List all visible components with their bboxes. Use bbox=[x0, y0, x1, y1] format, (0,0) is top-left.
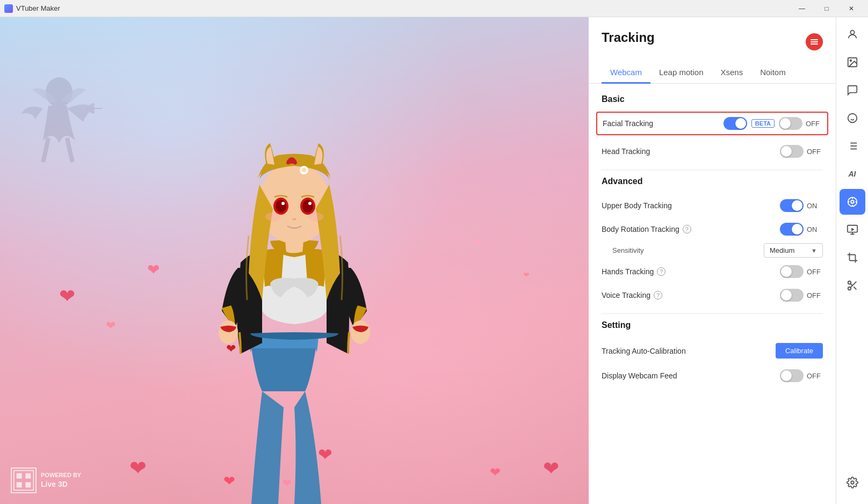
body-rotation-row: Body Rotation Tracking ? ON bbox=[602, 217, 823, 241]
hands-tracking-toggle[interactable] bbox=[780, 265, 804, 278]
sidebar-item-chat[interactable] bbox=[840, 77, 865, 103]
tab-leap[interactable]: Leap motion bbox=[650, 62, 712, 84]
voice-tracking-toggle[interactable] bbox=[780, 289, 804, 302]
watermark-box bbox=[11, 468, 37, 493]
svg-point-43 bbox=[848, 287, 851, 290]
body-rotation-track bbox=[780, 223, 804, 236]
svg-point-27 bbox=[848, 114, 857, 123]
voice-tracking-row: Voice Tracking ? OFF bbox=[602, 283, 823, 307]
svg-point-26 bbox=[850, 60, 851, 61]
tab-noitom[interactable]: Noitom bbox=[751, 62, 794, 84]
heart-8: ❤ bbox=[490, 465, 501, 480]
heart-2: ❤ bbox=[147, 261, 160, 279]
sensitivity-label: Sensitivity bbox=[612, 246, 644, 254]
sidebar-item-settings[interactable] bbox=[840, 470, 865, 495]
sidebar-item-scissors[interactable] bbox=[840, 273, 865, 298]
voice-tracking-help[interactable]: ? bbox=[654, 291, 662, 300]
character-area: ❤ bbox=[160, 48, 429, 504]
auto-calibration-label: Tracking Auto-Calibration bbox=[602, 347, 686, 355]
panel-icon-button[interactable] bbox=[806, 33, 823, 50]
webcam-feed-thumb bbox=[781, 370, 792, 381]
cupid-silhouette bbox=[16, 60, 124, 167]
dropdown-arrow: ▼ bbox=[811, 247, 817, 254]
calibrate-button[interactable]: Calibrate bbox=[776, 343, 823, 359]
maximize-button[interactable]: □ bbox=[814, 0, 839, 17]
panel-title: Tracking bbox=[602, 30, 655, 45]
upper-body-status: ON bbox=[807, 202, 823, 210]
tab-webcam[interactable]: Webcam bbox=[602, 62, 650, 84]
hands-tracking-toggle-wrap: OFF bbox=[780, 265, 823, 278]
svg-point-24 bbox=[850, 31, 854, 34]
right-panel: Tracking Webcam Leap motion Xsens Noitom… bbox=[589, 17, 836, 504]
webcam-feed-row: Display Webcam Feed OFF bbox=[602, 364, 823, 388]
upper-body-toggle-wrap: ON bbox=[780, 199, 823, 212]
hands-tracking-status: OFF bbox=[807, 268, 823, 276]
head-tracking-toggle[interactable] bbox=[780, 145, 804, 158]
facial-tracking-toggle[interactable] bbox=[724, 117, 747, 130]
head-tracking-track bbox=[780, 145, 804, 158]
setting-section-title: Setting bbox=[602, 320, 823, 330]
sidebar-item-account[interactable] bbox=[840, 21, 865, 47]
hands-tracking-controls: OFF bbox=[780, 265, 823, 278]
close-button[interactable]: ✕ bbox=[839, 0, 864, 17]
panel-body: Basic Facial Tracking BETA bbox=[589, 84, 836, 504]
sidebar: AI bbox=[836, 17, 868, 504]
facial-tracking-track bbox=[724, 117, 747, 130]
tabs: Webcam Leap motion Xsens Noitom bbox=[589, 62, 836, 84]
advanced-section-title: Advanced bbox=[602, 177, 823, 186]
hands-tracking-track bbox=[780, 265, 804, 278]
head-tracking-controls: OFF bbox=[780, 145, 823, 158]
voice-tracking-status: OFF bbox=[807, 291, 823, 300]
heart-10: ❤ bbox=[475, 236, 483, 248]
app-title: VTuber Maker bbox=[16, 4, 60, 12]
webcam-feed-label: Display Webcam Feed bbox=[602, 371, 677, 380]
sidebar-item-crop[interactable] bbox=[840, 245, 865, 271]
svg-rect-23 bbox=[811, 43, 818, 45]
webcam-feed-status: OFF bbox=[807, 372, 823, 380]
beta-badge: BETA bbox=[751, 119, 775, 128]
hands-tracking-help[interactable]: ? bbox=[657, 267, 666, 276]
sidebar-item-photo[interactable] bbox=[840, 49, 865, 75]
svg-point-11 bbox=[219, 320, 238, 344]
facial-tracking-off-toggle[interactable] bbox=[779, 117, 802, 130]
body-rotation-thumb bbox=[792, 224, 802, 235]
body-rotation-toggle-wrap: ON bbox=[780, 223, 823, 236]
body-rotation-help[interactable]: ? bbox=[683, 225, 691, 233]
sensitivity-dropdown[interactable]: Medium ▼ bbox=[764, 243, 823, 258]
panel-header: Tracking bbox=[589, 17, 836, 62]
upper-body-toggle[interactable] bbox=[780, 199, 804, 212]
sidebar-item-ai[interactable]: AI bbox=[840, 161, 865, 187]
preview-area: ❤ ❤ ❤ ❤ ❤ ❤ ❤ ❤ ❤ ❤ ❤ bbox=[0, 17, 589, 504]
tab-xsens[interactable]: Xsens bbox=[712, 62, 751, 84]
hands-tracking-thumb bbox=[781, 266, 792, 277]
svg-line-46 bbox=[850, 283, 852, 286]
upper-body-track bbox=[780, 199, 804, 212]
upper-body-label: Upper Body Tracking bbox=[602, 201, 672, 210]
heart-1: ❤ bbox=[59, 285, 75, 308]
svg-point-5 bbox=[276, 200, 286, 213]
heart-4: ❤ bbox=[129, 456, 147, 480]
heart-9: ❤ bbox=[543, 457, 559, 480]
facial-tracking-label: Facial Tracking bbox=[603, 119, 653, 128]
facial-tracking-off-thumb bbox=[780, 118, 791, 129]
body-rotation-toggle[interactable] bbox=[780, 223, 804, 236]
minimize-button[interactable]: — bbox=[790, 0, 814, 17]
webcam-feed-toggle-wrap: OFF bbox=[780, 369, 823, 382]
voice-tracking-controls: OFF bbox=[780, 289, 823, 302]
svg-point-9 bbox=[265, 213, 280, 221]
heart-3: ❤ bbox=[106, 319, 115, 333]
webcam-feed-controls: OFF bbox=[780, 369, 823, 382]
sidebar-item-list[interactable] bbox=[840, 133, 865, 159]
voice-tracking-track bbox=[780, 289, 804, 302]
webcam-feed-toggle[interactable] bbox=[780, 369, 804, 382]
head-tracking-toggle-wrap: OFF bbox=[780, 145, 823, 158]
sidebar-item-face[interactable] bbox=[840, 105, 865, 131]
sidebar-bottom bbox=[840, 470, 865, 500]
svg-rect-18 bbox=[25, 473, 31, 479]
body-rotation-label: Body Rotation Tracking ? bbox=[602, 225, 691, 233]
svg-text:❤: ❤ bbox=[226, 342, 236, 355]
sidebar-item-broadcast[interactable] bbox=[840, 217, 865, 243]
divider-2 bbox=[602, 313, 823, 314]
sidebar-item-tracking[interactable] bbox=[840, 189, 865, 215]
facial-tracking-controls: BETA OFF bbox=[724, 117, 822, 130]
